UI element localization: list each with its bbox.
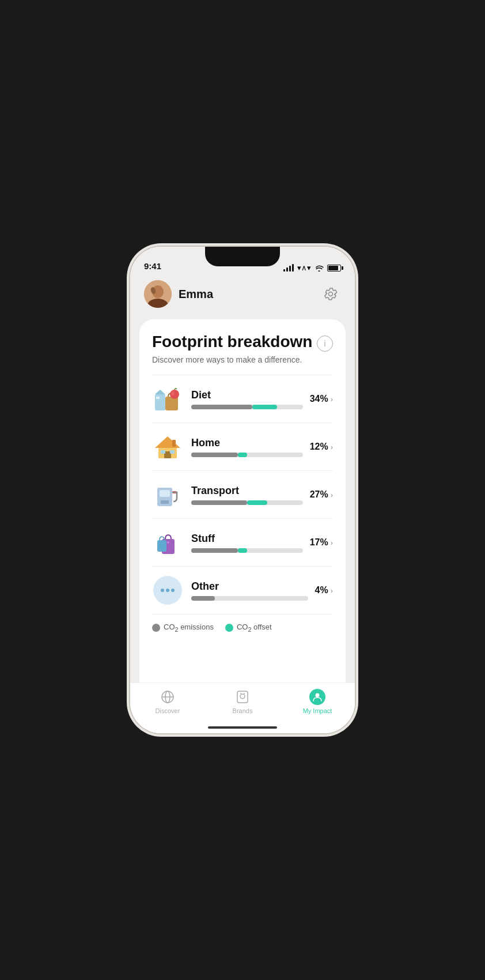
category-content-other: Other [191,581,308,601]
category-content-diet: Diet [191,389,303,409]
category-pct-transport: 27% › [310,489,333,500]
svg-rect-14 [170,450,175,454]
stuff-icon [152,527,183,558]
avatar [144,280,172,308]
category-name-stuff: Stuff [191,533,303,545]
svg-point-27 [240,694,245,699]
chevron-right-icon: › [331,538,333,547]
brands-icon [234,689,251,705]
svg-rect-13 [161,450,165,454]
category-row-diet[interactable]: Diet 34% › [152,375,333,423]
svg-rect-26 [237,691,248,703]
discover-icon [160,689,176,705]
username: Emma [179,288,213,301]
phone-shell: 9:41 ▾∧▾ [130,247,355,733]
category-name-other: Other [191,581,308,593]
info-button[interactable]: i [317,336,333,352]
transport-icon [152,479,183,510]
header-left: Emma [144,280,213,308]
svg-point-9 [171,391,175,395]
category-name-transport: Transport [191,485,303,497]
category-row-other[interactable]: Other 4% › [152,567,333,614]
card-title: Footprint breakdown [152,333,312,351]
legend: CO2 emissions CO2 offset [152,615,333,633]
settings-button[interactable] [320,284,341,304]
wifi-icon: ▾∧▾ [297,263,311,272]
category-pct-stuff: 17% › [310,537,333,548]
screen: 9:41 ▾∧▾ [130,247,355,733]
chevron-right-icon: › [331,491,333,499]
offset-label: CO2 offset [237,623,272,633]
svg-rect-17 [160,490,170,497]
chevron-right-icon: › [331,395,333,404]
category-row-stuff[interactable]: Stuff 17% › [152,519,333,567]
progress-track-home [191,453,303,457]
status-time: 9:41 [144,261,161,272]
signal-icon [283,265,294,272]
info-icon: i [324,339,325,348]
svg-rect-7 [165,397,178,410]
emissions-label: CO2 emissions [164,623,214,633]
legend-item-emissions: CO2 emissions [152,623,214,633]
diet-icon [152,383,183,414]
battery-icon [327,265,341,272]
category-content-transport: Transport [191,485,303,505]
chevron-right-icon: › [331,443,333,451]
card-header: Footprint breakdown i [152,333,333,352]
gear-icon [323,287,338,301]
other-icon [152,575,183,606]
category-row-home[interactable]: Home 12% › [152,423,333,471]
footprint-card: Footprint breakdown i Discover more ways… [139,319,346,733]
category-name-home: Home [191,437,303,449]
legend-item-offset: CO2 offset [225,623,272,633]
category-row-transport[interactable]: Transport 27% › [152,471,333,519]
svg-marker-5 [155,390,165,394]
svg-point-8 [170,390,179,399]
emissions-dot [152,624,160,632]
notch [205,247,280,266]
progress-track-transport [191,500,303,505]
home-indicator [208,726,277,729]
svg-rect-22 [157,540,166,552]
bottom-nav: Discover Brands [130,683,355,733]
nav-discover[interactable]: Discover [130,689,205,714]
nav-my-impact-label: My Impact [303,707,332,714]
nav-discover-label: Discover [156,707,180,714]
svg-rect-15 [172,440,176,447]
offset-dot [225,624,233,632]
svg-rect-6 [156,397,160,399]
progress-track-diet [191,405,303,409]
nav-brands[interactable]: Brands [205,689,280,714]
svg-marker-10 [155,436,180,448]
category-pct-home: 12% › [310,442,333,452]
category-content-stuff: Stuff [191,533,303,553]
category-pct-diet: 34% › [310,394,333,404]
svg-point-21 [167,541,169,544]
progress-track-other [191,596,308,601]
status-icons: ▾∧▾ [283,263,341,272]
category-name-diet: Diet [191,389,303,401]
svg-rect-19 [161,500,169,504]
card-subtitle: Discover more ways to make a difference. [152,355,333,364]
nav-brands-label: Brands [233,707,253,714]
home-icon [152,431,183,462]
wifi-icon-svg [315,265,324,272]
chevron-right-icon: › [331,586,333,595]
svg-point-30 [316,693,320,698]
progress-track-stuff [191,548,303,553]
category-content-home: Home [191,437,303,457]
nav-my-impact[interactable]: My Impact [280,689,355,714]
category-pct-other: 4% › [315,585,333,595]
my-impact-icon [309,689,325,705]
